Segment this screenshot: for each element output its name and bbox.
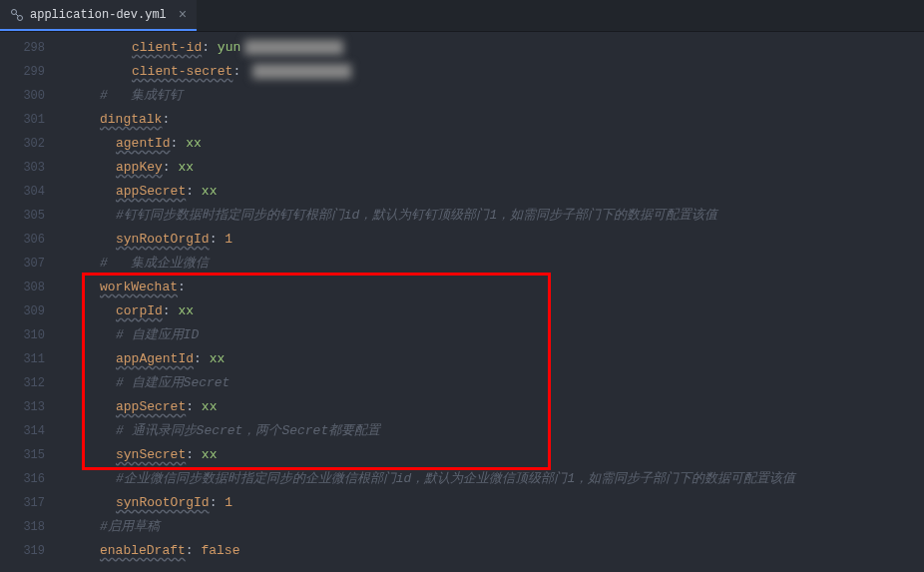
line-number: 308 <box>0 276 61 299</box>
code-line[interactable]: corpId: xx <box>62 299 924 323</box>
code-line[interactable]: client-secret: xxxxx <box>62 60 924 84</box>
yaml-key: appKey <box>116 160 163 175</box>
tab-active[interactable]: application-dev.yml × <box>0 0 197 31</box>
code-line[interactable]: synRootOrgId: 1 <box>62 491 924 515</box>
colon: : <box>202 40 218 55</box>
line-number: 301 <box>0 108 61 132</box>
yaml-key: appSecret <box>116 399 186 414</box>
line-number: 319 <box>0 539 61 563</box>
line-number: 306 <box>0 228 61 252</box>
code-line[interactable]: agentId: xx <box>62 132 924 156</box>
tab-filename: application-dev.yml <box>30 8 167 22</box>
colon: : <box>194 351 210 366</box>
yaml-key: client-secret <box>132 64 232 79</box>
comment-text: # 集成钉钉 <box>100 88 183 103</box>
line-number: 317 <box>0 491 61 515</box>
line-number: 315 <box>0 443 61 467</box>
yaml-key: corpId <box>116 303 163 318</box>
comment-text: # 自建应用Secret <box>116 375 230 390</box>
code-line[interactable]: # 集成企业微信 <box>62 252 924 276</box>
yaml-key: agentId <box>116 136 171 151</box>
line-number: 313 <box>0 395 61 419</box>
code-line[interactable]: # 通讯录同步Secret，两个Secret都要配置 <box>62 419 924 443</box>
colon: : <box>163 160 179 175</box>
comment-text: # 通讯录同步Secret，两个Secret都要配置 <box>116 423 380 438</box>
code-line[interactable]: client-id: yunxxxxx <box>62 36 924 60</box>
line-number: 307 <box>0 252 61 276</box>
code-line[interactable]: synSecret: xx <box>62 443 924 467</box>
yaml-key: workWechat <box>100 280 178 294</box>
line-number: 300 <box>0 84 61 108</box>
code-content[interactable]: client-id: yunxxxxxclient-secret: xxxxx#… <box>62 32 924 572</box>
yaml-key: synRootOrgId <box>116 232 210 247</box>
close-icon[interactable]: × <box>179 7 187 23</box>
line-number: 302 <box>0 132 61 156</box>
colon: : <box>186 399 202 414</box>
code-line[interactable]: appKey: xx <box>62 156 924 180</box>
comment-text: #企业微信同步数据时指定同步的企业微信根部门id，默认为企业微信顶级部门1，如需… <box>116 471 795 486</box>
svg-line-2 <box>16 14 18 16</box>
yaml-key: appAgentId <box>116 351 194 366</box>
yaml-key: synRootOrgId <box>116 495 210 510</box>
colon: : <box>178 280 186 294</box>
yaml-value: false <box>201 543 239 558</box>
code-line[interactable]: #企业微信同步数据时指定同步的企业微信根部门id，默认为企业微信顶级部门1，如需… <box>62 467 924 491</box>
code-line[interactable]: enableDraft: false <box>62 539 924 563</box>
yaml-key: synSecret <box>116 447 186 462</box>
colon: : <box>186 184 202 199</box>
colon: : <box>171 136 187 151</box>
comment-text: # 自建应用ID <box>116 327 199 342</box>
yaml-value: xx <box>202 184 218 199</box>
line-number: 298 <box>0 36 61 60</box>
colon: : <box>232 64 248 79</box>
line-number: 314 <box>0 419 61 443</box>
line-number: 304 <box>0 180 61 204</box>
comment-text: # 集成企业微信 <box>100 256 209 271</box>
line-number: 316 <box>0 467 61 491</box>
yaml-key: appSecret <box>116 184 186 199</box>
line-number: 309 <box>0 299 61 323</box>
colon: : <box>163 303 179 318</box>
code-line[interactable]: # 集成钉钉 <box>62 84 924 108</box>
yaml-value: 1 <box>225 232 232 247</box>
yaml-key: dingtalk <box>100 112 162 127</box>
line-number: 305 <box>0 204 61 228</box>
yaml-value: 1 <box>225 495 232 510</box>
comment-text: #启用草稿 <box>100 519 160 534</box>
line-number-gutter: 2982993003013023033043053063073083093103… <box>0 32 62 572</box>
yaml-file-icon <box>10 8 24 22</box>
code-line[interactable]: #钉钉同步数据时指定同步的钉钉根部门id，默认为钉钉顶级部门1，如需同步子部门下… <box>62 204 924 228</box>
colon: : <box>186 447 202 462</box>
line-number: 312 <box>0 371 61 395</box>
line-number: 311 <box>0 347 61 371</box>
yaml-value: xx <box>178 303 194 318</box>
comment-text: #钉钉同步数据时指定同步的钉钉根部门id，默认为钉钉顶级部门1，如需同步子部门下… <box>116 208 717 223</box>
yaml-value: xx <box>186 136 202 151</box>
colon: : <box>210 495 226 510</box>
line-number: 310 <box>0 323 61 347</box>
editor-area[interactable]: 2982993003013023033043053063073083093103… <box>0 32 924 572</box>
code-line[interactable]: appAgentId: xx <box>62 347 924 371</box>
colon: : <box>162 112 170 127</box>
code-line[interactable]: dingtalk: <box>62 108 924 132</box>
yaml-key: enableDraft <box>100 543 186 558</box>
code-line[interactable]: # 自建应用ID <box>62 323 924 347</box>
yaml-value: xx <box>210 351 226 366</box>
colon: : <box>186 543 202 558</box>
code-line[interactable]: #启用草稿 <box>62 515 924 539</box>
yaml-value: xx <box>202 447 218 462</box>
code-line[interactable]: workWechat: <box>62 276 924 299</box>
yaml-key: client-id <box>132 40 202 55</box>
yaml-value: xx <box>202 399 218 414</box>
code-line[interactable]: appSecret: xx <box>62 180 924 204</box>
code-line[interactable]: # 自建应用Secret <box>62 371 924 395</box>
colon: : <box>210 232 226 247</box>
line-number: 299 <box>0 60 61 84</box>
svg-point-0 <box>12 9 17 14</box>
tabs-bar: application-dev.yml × <box>0 0 924 32</box>
code-line[interactable]: appSecret: xx <box>62 395 924 419</box>
line-number: 318 <box>0 515 61 539</box>
code-line[interactable]: synRootOrgId: 1 <box>62 228 924 252</box>
yaml-value: yun <box>218 40 240 55</box>
svg-point-1 <box>18 15 23 20</box>
